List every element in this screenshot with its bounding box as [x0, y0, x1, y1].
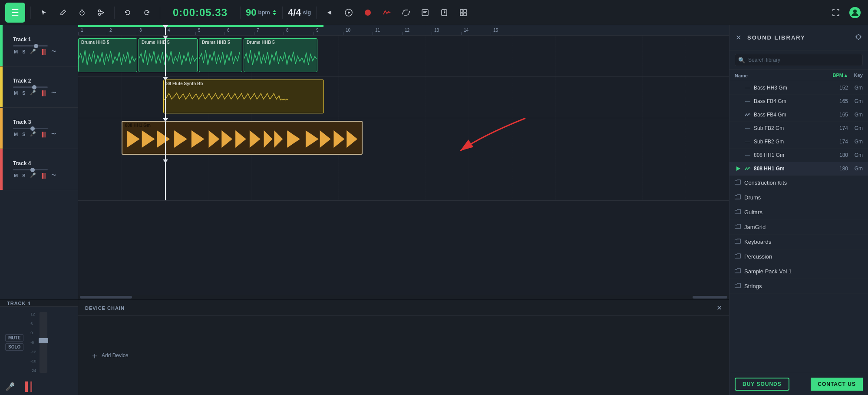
folder-guitars[interactable]: Guitars: [729, 205, 868, 220]
track-m-3[interactable]: M: [13, 132, 19, 137]
pencil-button[interactable]: [55, 5, 71, 20]
library-settings-button[interactable]: [855, 33, 862, 42]
folder-name-sample: Sample Pack Vol 1: [744, 268, 792, 275]
library-item-4[interactable]: — Sub FB2 Gm 174 Gm: [729, 135, 868, 149]
track-m-4[interactable]: M: [13, 173, 19, 178]
fader-track[interactable]: [40, 312, 47, 373]
clip-3-1[interactable]: 808 HH1 Gm: [122, 121, 363, 155]
track-row-3[interactable]: 808 HH1 Gm: [78, 118, 729, 159]
track-mic-1[interactable]: 🎤: [29, 49, 37, 54]
search-input[interactable]: [735, 54, 863, 66]
track-4-label: TRACK 4: [7, 301, 31, 306]
folder-keyboards[interactable]: Keyboards: [729, 235, 868, 249]
rewind-button[interactable]: [322, 5, 337, 20]
track-m-1[interactable]: M: [13, 49, 19, 54]
track-eq-3[interactable]: ▐║: [40, 132, 48, 137]
track-auto-4[interactable]: 〜: [50, 172, 57, 179]
svg-marker-17: [191, 130, 205, 148]
track-s-2[interactable]: S: [21, 90, 26, 96]
col-bpm[interactable]: BPM ▴: [825, 73, 847, 78]
solo-button[interactable]: SOLO: [5, 343, 23, 351]
automation-button[interactable]: [379, 5, 395, 20]
loop-button[interactable]: [398, 5, 414, 20]
record-button[interactable]: [360, 5, 376, 20]
track-m-2[interactable]: M: [13, 90, 19, 96]
library-item-5[interactable]: — 808 HH1 Gm 180 Gm: [729, 149, 868, 162]
profile-button[interactable]: [847, 5, 863, 20]
h-scrollbar-thumb[interactable]: [80, 296, 132, 299]
svg-marker-13: [127, 130, 140, 148]
library-close-button[interactable]: ✕: [736, 33, 741, 42]
contact-us-button[interactable]: CONTACT US: [811, 378, 863, 391]
undo-button[interactable]: [120, 5, 135, 20]
add-device-button[interactable]: ＋ Add Device: [85, 346, 133, 365]
track-eq-1[interactable]: ▐║: [40, 49, 48, 54]
play-btn-3[interactable]: [735, 125, 742, 132]
folder-sample-pack[interactable]: Sample Pack Vol 1: [729, 264, 868, 279]
mute-button[interactable]: MUTE: [5, 334, 23, 342]
play-btn-0[interactable]: [735, 84, 742, 91]
export-button[interactable]: [417, 5, 433, 20]
menu-button[interactable]: ☰: [5, 3, 25, 23]
eq-icon-btn[interactable]: ▐║: [22, 382, 34, 392]
track-s-1[interactable]: S: [21, 49, 26, 54]
redo-button[interactable]: [139, 5, 155, 20]
clip-1-4[interactable]: Drums HHB 5: [244, 38, 317, 72]
track-auto-2[interactable]: 〜: [50, 90, 57, 96]
library-item-6[interactable]: 808 HH1 Gm 180 Gm: [729, 162, 868, 176]
library-item-2[interactable]: Bass FB4 Gm 165 Gm: [729, 108, 868, 122]
track-row-1[interactable]: Drums HHB 5 Drums HHB 5 Dr: [78, 36, 729, 77]
folder-drums[interactable]: Drums: [729, 190, 868, 205]
clip-1-3[interactable]: Drums HHB 5: [199, 38, 242, 72]
play-button[interactable]: [341, 5, 356, 20]
mic-icon-btn[interactable]: 🎤: [5, 382, 15, 392]
fullscreen-button[interactable]: [828, 5, 844, 20]
clip-1-1[interactable]: Drums HHB 5: [78, 38, 137, 72]
grid-button[interactable]: [455, 5, 471, 20]
folder-percussion[interactable]: Percussion: [729, 249, 868, 264]
track-row-4[interactable]: [78, 159, 729, 201]
svg-marker-27: [333, 130, 344, 148]
timeline-ruler[interactable]: 1 2 3 4 5 6 7 8 9 10 11 12 13 14 15: [78, 25, 729, 36]
play-btn-6[interactable]: [735, 165, 742, 172]
track-eq-2[interactable]: ▐║: [40, 90, 48, 96]
track-auto-1[interactable]: 〜: [50, 48, 57, 55]
track-headers: Track 1 M S 🎤 ▐║ 〜: [0, 25, 78, 299]
folder-construction-kits[interactable]: Construction Kits: [729, 176, 868, 190]
library-item-0[interactable]: — Bass HH3 Gm 152 Gm: [729, 81, 868, 95]
col-name[interactable]: Name: [735, 73, 825, 78]
track-eq-4[interactable]: ▐║: [40, 173, 48, 178]
play-btn-1[interactable]: [735, 98, 742, 105]
library-item-1[interactable]: — Bass FB4 Gm 165 Gm: [729, 95, 868, 108]
device-chain-close[interactable]: ✕: [716, 304, 722, 312]
timer-button[interactable]: [74, 5, 90, 20]
svg-point-2: [99, 13, 101, 15]
play-btn-2[interactable]: [735, 111, 742, 118]
folder-strings[interactable]: Strings: [729, 279, 868, 294]
library-footer: BUY SOUNDS CONTACT US: [729, 373, 868, 395]
track-mic-4[interactable]: 🎤: [29, 173, 37, 178]
lib-key-5: Gm: [851, 152, 863, 158]
cursor-button[interactable]: [36, 5, 52, 20]
play-btn-5[interactable]: [735, 152, 742, 159]
library-item-3[interactable]: — Sub FB2 Gm 174 Gm: [729, 122, 868, 135]
clip-1-2[interactable]: Drums HHB 5: [139, 38, 198, 72]
track-controls-1: M S 🎤 ▐║ 〜: [13, 48, 73, 55]
h-scrollbar[interactable]: [78, 295, 729, 299]
track-row-2[interactable]: 88 Flute Synth Bb: [78, 77, 729, 118]
scissors-button[interactable]: [93, 5, 109, 20]
clip-2-1[interactable]: 88 Flute Synth Bb: [163, 80, 324, 113]
h-scrollbar-thumb-2[interactable]: [693, 296, 727, 299]
lib-key-4: Gm: [851, 139, 863, 145]
fader-thumb[interactable]: [39, 338, 48, 343]
playhead[interactable]: [165, 25, 166, 35]
track-mic-3[interactable]: 🎤: [29, 131, 37, 137]
track-s-4[interactable]: S: [21, 173, 26, 178]
track-mic-2[interactable]: 🎤: [29, 90, 37, 96]
metronome-button[interactable]: [436, 5, 452, 20]
play-btn-4[interactable]: [735, 138, 742, 145]
track-s-3[interactable]: S: [21, 132, 26, 137]
track-auto-3[interactable]: 〜: [50, 131, 57, 137]
folder-jamgrid[interactable]: JamGrid: [729, 220, 868, 235]
buy-sounds-button[interactable]: BUY SOUNDS: [735, 378, 789, 391]
